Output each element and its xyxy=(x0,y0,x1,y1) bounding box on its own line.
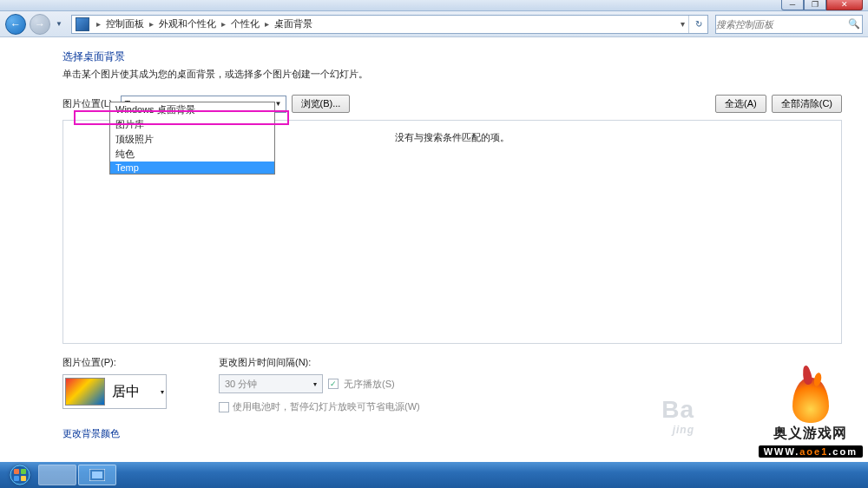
dropdown-option[interactable]: 纯色 xyxy=(110,147,274,162)
dropdown-option-selected[interactable]: Temp xyxy=(110,162,274,174)
chevron-right-icon: ▸ xyxy=(93,19,104,29)
taskbar xyxy=(0,462,868,488)
watermark-site-url: WWW.aoe1.com xyxy=(759,445,863,458)
svg-rect-2 xyxy=(21,469,26,474)
control-panel-icon xyxy=(76,17,89,31)
change-bg-color-link[interactable]: 更改背景颜色 xyxy=(62,427,120,440)
window-minimize-button[interactable]: ─ xyxy=(781,0,804,10)
chevron-right-icon: ▸ xyxy=(146,19,157,29)
windows-logo-icon xyxy=(10,465,30,485)
search-icon[interactable]: 🔍 xyxy=(846,18,862,30)
empty-results-message: 没有与搜索条件匹配的项。 xyxy=(395,131,510,144)
window-close-button[interactable]: ✕ xyxy=(826,0,863,10)
breadcrumb-seg-1[interactable]: 控制面板 xyxy=(104,17,146,30)
interval-label: 更改图片时间间隔(N): xyxy=(219,356,420,369)
nav-forward-button[interactable]: → xyxy=(30,14,50,35)
taskbar-item-active[interactable] xyxy=(78,465,116,485)
search-box[interactable]: 🔍 xyxy=(715,15,863,34)
clear-all-button[interactable]: 全部清除(C) xyxy=(772,95,842,113)
dropdown-option[interactable]: 图片库 xyxy=(110,117,274,132)
interval-value: 30 分钟 xyxy=(225,378,257,391)
page-title: 选择桌面背景 xyxy=(62,49,842,64)
battery-checkbox[interactable] xyxy=(219,402,229,412)
chevron-down-icon: ▾ xyxy=(313,380,317,388)
explorer-navbar: ← → ▼ ▸ 控制面板 ▸ 外观和个性化 ▸ 个性化 ▸ 桌面背景 ▾ ↻ 🔍 xyxy=(0,11,868,37)
taskbar-item[interactable] xyxy=(38,465,76,485)
svg-rect-1 xyxy=(14,469,19,474)
svg-rect-6 xyxy=(92,472,102,478)
interval-combo[interactable]: 30 分钟 ▾ xyxy=(219,374,323,393)
breadcrumb-seg-2[interactable]: 外观和个性化 xyxy=(157,17,218,30)
breadcrumb-seg-4[interactable]: 桌面背景 xyxy=(273,17,314,30)
chevron-down-icon[interactable]: ▾ xyxy=(677,19,688,29)
shuffle-label: 无序播放(S) xyxy=(344,378,395,391)
picture-position-combo[interactable]: 居中 ▾ xyxy=(62,374,167,409)
window-maximize-button[interactable]: ❐ xyxy=(804,0,826,10)
chevron-right-icon: ▸ xyxy=(261,19,273,29)
dropdown-option[interactable]: Windows 桌面背景 xyxy=(110,102,274,117)
select-all-button[interactable]: 全选(A) xyxy=(715,95,766,113)
page-subtitle: 单击某个图片使其成为您的桌面背景，或选择多个图片创建一个幻灯片。 xyxy=(62,68,842,81)
picture-location-dropdown: Windows 桌面背景 图片库 顶级照片 纯色 Temp xyxy=(109,102,275,175)
chevron-down-icon: ▾ xyxy=(161,388,164,396)
refresh-button[interactable]: ↻ xyxy=(688,16,707,33)
nav-back-button[interactable]: ← xyxy=(5,14,26,35)
svg-point-0 xyxy=(10,465,30,485)
start-button[interactable] xyxy=(3,463,36,487)
control-panel-icon xyxy=(89,469,105,481)
window-titlebar: ─ ❐ ✕ xyxy=(0,0,868,11)
svg-rect-3 xyxy=(14,476,19,481)
battery-label: 使用电池时，暂停幻灯片放映可节省电源(W) xyxy=(233,400,420,413)
browse-button[interactable]: 浏览(B)... xyxy=(292,95,351,113)
chevron-right-icon: ▸ xyxy=(218,19,229,29)
picture-position-label: 图片位置(P): xyxy=(62,356,167,369)
position-thumbnail-icon xyxy=(65,378,105,406)
address-bar[interactable]: ▸ 控制面板 ▸ 外观和个性化 ▸ 个性化 ▸ 桌面背景 ▾ ↻ xyxy=(71,15,708,34)
dropdown-option[interactable]: 顶级照片 xyxy=(110,132,274,147)
breadcrumb-seg-3[interactable]: 个性化 xyxy=(229,17,261,30)
shuffle-checkbox[interactable]: ✓ xyxy=(328,379,339,389)
picture-location-label: 图片位置(L): xyxy=(62,97,115,110)
chevron-down-icon: ▼ xyxy=(275,100,282,108)
picture-position-value: 居中 xyxy=(112,383,140,401)
search-input[interactable] xyxy=(716,19,846,30)
nav-history-dropdown[interactable]: ▼ xyxy=(54,20,64,28)
svg-rect-4 xyxy=(21,476,26,481)
